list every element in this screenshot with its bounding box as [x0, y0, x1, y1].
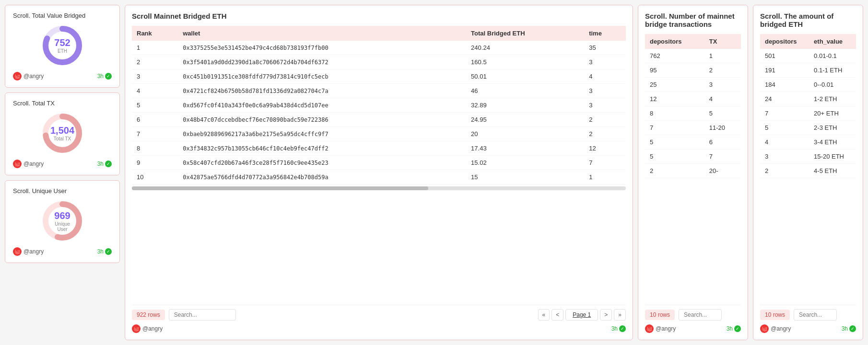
cell-depositors: 5	[645, 135, 704, 150]
avatar-3: 🐙	[13, 247, 22, 256]
cell-depositors: 4	[760, 135, 809, 150]
cell-eth-value: 15-20 ETH	[809, 150, 856, 164]
user-info-3: 🐙 @angry	[13, 247, 44, 256]
left-column: Scroll. Total Value Bridged 752 ETH 🐙 @a…	[5, 5, 120, 340]
cell-eth-value: 1-2 ETH	[809, 92, 856, 106]
cell-tx: 20-	[704, 164, 741, 178]
donut-chart-1: 752 ETH	[41, 24, 84, 67]
total-value-bridged-card: Scroll. Total Value Bridged 752 ETH 🐙 @a…	[5, 5, 120, 88]
cell-wallet: 0x58c407cfd20b67a46f3ce28f5f7160c9ee435e…	[178, 156, 466, 170]
cell-tx: 1	[704, 49, 741, 63]
cell-depositors: 184	[760, 78, 809, 92]
h-scrollbar-thumb	[132, 186, 428, 190]
bridge-table-scroll[interactable]: depositors TX 762 1 95 2 25 3 12 4 8 5 7…	[645, 34, 741, 300]
main-table-header: Rank wallet Total Bridged ETH time	[132, 26, 626, 41]
bridge-footer: 10 rows	[645, 305, 741, 321]
cell-time: 35	[584, 41, 626, 55]
horizontal-scrollbar[interactable]	[132, 186, 626, 190]
eth-table-scroll[interactable]: depositors eth_value 501 0.01-0.1 191 0.…	[760, 34, 856, 300]
cell-eth-value: 0.1-1 ETH	[809, 63, 856, 78]
eth-footer: 10 rows	[760, 305, 856, 321]
cell-depositors: 2	[760, 164, 809, 178]
table-row: 95 2	[645, 63, 741, 78]
row-count-badge: 922 rows	[132, 310, 165, 320]
eth-time-label: 3h	[842, 325, 848, 332]
eth-search-input[interactable]	[794, 309, 837, 321]
username-2: @angry	[23, 161, 44, 167]
cell-rank: 9	[132, 156, 178, 170]
card-sub-1: ETH	[54, 48, 70, 54]
bridge-time-badge: 3h ✓	[727, 325, 741, 332]
bridge-panel-footer: 🐙 @angry 3h ✓	[645, 324, 741, 333]
main-check-icon: ✓	[619, 325, 626, 332]
eth-table-body: 501 0.01-0.1 191 0.1-1 ETH 184 0--0.01 2…	[760, 49, 856, 178]
next-page-btn[interactable]: >	[600, 309, 612, 321]
main-table-scroll[interactable]: Rank wallet Total Bridged ETH time 1 0x3…	[132, 26, 626, 300]
cell-wallet: 0x48b47c07dccebdbecf76ec70890badc59e7223…	[178, 113, 466, 127]
header-row: Rank wallet Total Bridged ETH time	[132, 26, 626, 41]
cell-wallet: 0xc451b0191351ce308fdfd779d73814c910fc5e…	[178, 69, 466, 84]
user-info-1: 🐙 @angry	[13, 72, 44, 80]
eth-user-info: 🐙 @angry	[760, 324, 791, 333]
main-table: Rank wallet Total Bridged ETH time 1 0x3…	[132, 26, 626, 184]
main-user-info: 🐙 @angry	[132, 324, 163, 333]
cell-depositors: 24	[760, 92, 809, 106]
table-row: 24 1-2 ETH	[760, 92, 856, 106]
time-badge-3: 3h ✓	[97, 248, 112, 255]
page-label: Page 1	[565, 309, 598, 321]
cell-wallet: 0x3f5401a9d0dd2390d1a8c7060672d4b704df63…	[178, 55, 466, 69]
bridge-search-input[interactable]	[679, 309, 722, 321]
table-row: 501 0.01-0.1	[760, 49, 856, 63]
cell-depositors: 8	[645, 106, 704, 121]
cell-eth-value: 0.01-0.1	[809, 49, 856, 63]
cell-rank: 5	[132, 98, 178, 113]
time-label-2: 3h	[97, 161, 104, 167]
cell-time: 3	[584, 98, 626, 113]
eth-time-badge: 3h ✓	[842, 325, 856, 332]
cell-eth: 15	[466, 170, 584, 184]
eth-avatar: 🐙	[760, 324, 769, 333]
eth-panel-footer: 🐙 @angry 3h ✓	[760, 324, 856, 333]
prev-page-btn[interactable]: <	[551, 309, 563, 321]
check-icon-3: ✓	[105, 248, 112, 255]
cell-depositors: 5	[645, 150, 704, 164]
cell-tx: 2	[704, 63, 741, 78]
table-row: 10 0x42875ae5766dfd4d70772a3a956842e4b70…	[132, 170, 626, 184]
eth-col-value: eth_value	[809, 34, 856, 49]
table-row: 8 5	[645, 106, 741, 121]
eth-amount-panel: Scroll. The amount of bridged ETH deposi…	[753, 5, 863, 340]
main-search-input[interactable]	[169, 309, 236, 321]
first-page-btn[interactable]: «	[538, 309, 550, 321]
cell-tx: 4	[704, 92, 741, 106]
cell-time: 3	[584, 84, 626, 98]
cell-rank: 10	[132, 170, 178, 184]
main-table-footer: 922 rows « < Page 1 > »	[132, 305, 626, 321]
table-row: 2 0x3f5401a9d0dd2390d1a8c7060672d4b704df…	[132, 55, 626, 69]
cell-depositors: 25	[645, 78, 704, 92]
cell-depositors: 95	[645, 63, 704, 78]
eth-table: depositors eth_value 501 0.01-0.1 191 0.…	[760, 34, 856, 178]
cell-depositors: 762	[645, 49, 704, 63]
cell-eth-value: 3-4 ETH	[809, 135, 856, 150]
bridge-user-info: 🐙 @angry	[645, 324, 676, 333]
cell-tx: 11-20	[704, 121, 741, 135]
last-page-btn[interactable]: »	[614, 309, 626, 321]
card-footer-2: 🐙 @angry 3h ✓	[13, 160, 112, 168]
table-row: 4 0x4721cf824b6750b58d781fd1336d92a08270…	[132, 84, 626, 98]
table-row: 9 0x58c407cfd20b67a46f3ce28f5f7160c9ee43…	[132, 156, 626, 170]
card-footer-1: 🐙 @angry 3h ✓	[13, 72, 112, 80]
cell-eth: 20	[466, 127, 584, 141]
cell-depositors: 7	[645, 121, 704, 135]
cell-eth-value: 4-5 ETH	[809, 164, 856, 178]
main-pagination: « < Page 1 > »	[538, 309, 626, 321]
cell-time: 4	[584, 69, 626, 84]
col-eth: Total Bridged ETH	[466, 26, 584, 41]
table-row: 1 0x3375255e3e531452be479c4cd68b738193f7…	[132, 41, 626, 55]
cell-eth-value: 0--0.01	[809, 78, 856, 92]
cell-eth: 240.24	[466, 41, 584, 55]
cell-rank: 4	[132, 84, 178, 98]
card-value-2: 1,504	[50, 125, 74, 136]
cell-depositors: 5	[760, 121, 809, 135]
cell-time: 1	[584, 170, 626, 184]
check-icon-1: ✓	[105, 73, 112, 80]
